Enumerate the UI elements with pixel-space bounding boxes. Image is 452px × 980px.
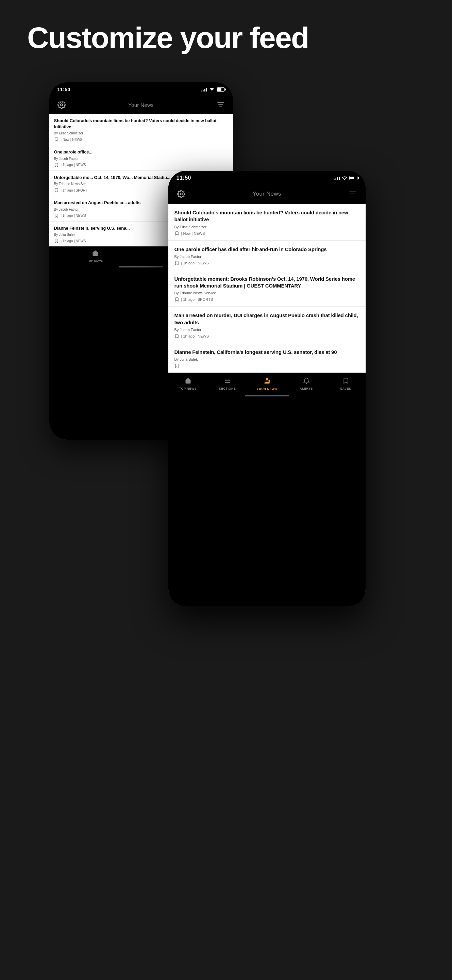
header-title-front: Your News xyxy=(252,191,281,197)
bookmark-icon[interactable] xyxy=(174,363,179,368)
signal-icon-front xyxy=(334,176,340,180)
news-meta xyxy=(174,363,360,368)
news-author: By Jacob Factor xyxy=(174,255,360,259)
bookmark-icon[interactable] xyxy=(54,163,59,167)
bookmark-icon[interactable] xyxy=(174,334,179,339)
news-meta: | 1h ago | NEWS xyxy=(54,163,228,167)
header-title-back: Your News xyxy=(128,102,154,108)
app-header-front: Your News xyxy=(168,185,366,204)
bookmark-icon[interactable] xyxy=(174,231,179,236)
nav-item-sections-front[interactable]: SECTIONS xyxy=(208,375,247,392)
news-author: By Julia Sulek xyxy=(174,357,360,361)
home-icon xyxy=(92,250,98,258)
news-title: Should Colorado's mountain lions be hunt… xyxy=(54,118,228,130)
bookmark-icon[interactable] xyxy=(54,213,59,218)
news-item[interactable]: One parole officer has died after hit-an… xyxy=(168,240,366,270)
battery-icon-front xyxy=(349,176,357,180)
nav-label-saved-front: SAVED xyxy=(340,387,351,390)
svg-point-8 xyxy=(180,193,182,195)
news-meta: | 1h ago | NEWS xyxy=(174,261,360,266)
filter-icon-back[interactable] xyxy=(215,99,226,110)
saved-icon-front xyxy=(343,377,349,386)
phones-container: 11:50 xyxy=(39,82,413,899)
page-title: Customize your feed xyxy=(0,21,452,55)
news-item[interactable]: Unforgettable moment: Brooks Robinson's … xyxy=(168,270,366,307)
your-news-icon-front xyxy=(263,377,271,386)
bookmark-icon[interactable] xyxy=(54,137,59,142)
news-title: One parole office... xyxy=(54,149,228,155)
news-item[interactable]: One parole office... By Jacob Factor | 1… xyxy=(49,145,233,171)
news-time: | 1h ago | NEWS xyxy=(61,214,86,218)
phone-front-screen: 11:50 xyxy=(168,171,366,606)
news-meta: | Now | NEWS xyxy=(174,231,360,236)
signal-icon-back xyxy=(201,88,207,92)
settings-icon-front[interactable] xyxy=(176,189,187,199)
nav-item-alerts-front[interactable]: ALERTS xyxy=(287,375,326,392)
bookmark-icon[interactable] xyxy=(174,261,179,266)
battery-icon-back xyxy=(217,88,225,92)
wifi-icon-front xyxy=(342,176,347,181)
nav-item-top-news-back[interactable]: TOP NEWS xyxy=(49,250,141,263)
status-bar-back: 11:50 xyxy=(49,82,233,96)
nav-label-alerts-front: ALERTS xyxy=(300,387,313,390)
news-meta: | Now | NEWS xyxy=(54,137,228,142)
home-icon-front xyxy=(185,377,192,386)
news-time: | 1h ago | NEWS xyxy=(181,261,209,265)
sections-icon-front xyxy=(224,377,231,386)
filter-icon-front[interactable] xyxy=(347,189,358,199)
bottom-nav-front: TOP NEWS SECTIONS xyxy=(168,372,366,393)
app-header-back: Your News xyxy=(49,96,233,114)
wifi-icon-back xyxy=(209,87,215,92)
status-icons-back xyxy=(201,87,225,92)
news-author: By Jacob Factor xyxy=(174,328,360,332)
news-meta: | 1h ago | NEWS xyxy=(174,334,360,339)
news-title: Should Colorado's mountain lions be hunt… xyxy=(174,209,360,223)
home-indicator-front xyxy=(168,393,366,398)
nav-label-your-news-front: YOUR NEWS xyxy=(257,387,277,391)
news-author: By Tribune News Service xyxy=(174,291,360,295)
news-list-front: Should Colorado's mountain lions be hunt… xyxy=(168,204,366,372)
nav-item-top-news-front[interactable]: TOP NEWS xyxy=(168,375,208,392)
news-time: | 1h ago | NEWS xyxy=(61,163,86,167)
news-item[interactable]: Man arrested on murder, DUI charges in A… xyxy=(168,307,366,343)
bookmark-icon[interactable] xyxy=(54,239,59,243)
news-item[interactable]: Dianne Feinstein, California's longest s… xyxy=(168,343,366,372)
news-author: By Elise Schmelzer xyxy=(174,225,360,229)
news-time: | 1h ago | NEWS xyxy=(181,334,209,338)
svg-point-12 xyxy=(266,378,268,380)
status-time-front: 11:50 xyxy=(176,175,191,181)
news-time: | 1h ago | NEWS xyxy=(61,239,86,243)
status-icons-front xyxy=(334,176,357,181)
bookmark-icon[interactable] xyxy=(54,188,59,192)
settings-icon-back[interactable] xyxy=(56,99,67,110)
news-author: By Jacob Factor xyxy=(54,157,228,161)
news-item[interactable]: Should Colorado's mountain lions be hunt… xyxy=(168,204,366,240)
news-meta: | 1h ago | SPORTS xyxy=(174,297,360,302)
bookmark-icon[interactable] xyxy=(174,297,179,302)
alerts-icon-front xyxy=(303,377,310,386)
nav-item-saved-front[interactable]: SAVED xyxy=(326,375,366,392)
news-time: | Now | NEWS xyxy=(181,231,205,235)
phone-front: 11:50 xyxy=(168,171,366,606)
news-title: One parole officer has died after hit-an… xyxy=(174,246,360,253)
nav-label-top-news-front: TOP NEWS xyxy=(179,387,197,390)
news-title: Dianne Feinstein, California's longest s… xyxy=(174,349,360,356)
news-item[interactable]: Should Colorado's mountain lions be hunt… xyxy=(49,114,233,145)
nav-label-top-news: TOP NEWS xyxy=(87,259,103,262)
nav-item-your-news-front[interactable]: YOUR NEWS xyxy=(247,375,287,392)
news-time: | 1h ago | SPORTS xyxy=(181,298,213,301)
news-author: By Elise Schmelzer xyxy=(54,131,228,135)
nav-label-sections-front: SECTIONS xyxy=(219,387,236,390)
svg-point-0 xyxy=(60,104,63,106)
news-time: | Now | NEWS xyxy=(61,138,82,142)
status-time-back: 11:50 xyxy=(57,87,70,92)
status-bar-front: 11:50 xyxy=(168,171,366,185)
news-title: Man arrested on murder, DUI charges in A… xyxy=(174,312,360,326)
news-time: | 1h ago | SPORT xyxy=(61,189,87,192)
news-title: Unforgettable moment: Brooks Robinson's … xyxy=(174,275,360,290)
